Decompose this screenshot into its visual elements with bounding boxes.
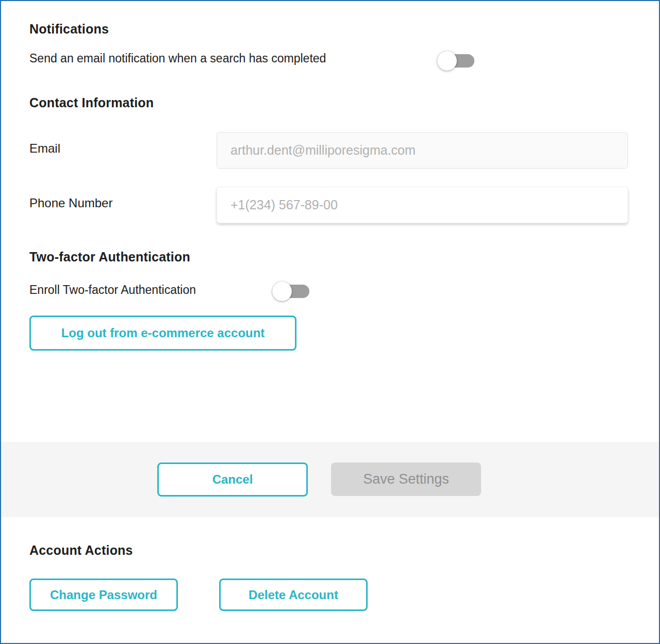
notifications-section-title: Notifications <box>29 22 109 37</box>
toggle-knob <box>437 51 457 71</box>
phone-field-label: Phone Number <box>29 196 112 210</box>
change-password-button[interactable]: Change Password <box>29 579 178 611</box>
email-notification-toggle[interactable] <box>437 51 474 71</box>
delete-account-button[interactable]: Delete Account <box>219 579 368 611</box>
logout-ecommerce-button[interactable]: Log out from e-commerce account <box>29 316 296 351</box>
account-actions-section-title: Account Actions <box>29 543 133 558</box>
email-field-label: Email <box>29 141 60 156</box>
email-notification-label: Send an email notification when a search… <box>29 52 326 65</box>
phone-input[interactable] <box>217 187 628 223</box>
save-settings-button: Save Settings <box>331 463 481 496</box>
two-factor-toggle[interactable] <box>272 281 309 302</box>
footer-action-bar <box>1 442 659 517</box>
toggle-knob <box>272 282 292 301</box>
cancel-button[interactable]: Cancel <box>157 463 308 497</box>
two-factor-section-title: Two-factor Authentication <box>29 250 190 265</box>
contact-section-title: Contact Information <box>29 95 154 110</box>
email-input[interactable] <box>217 132 628 169</box>
two-factor-enroll-label: Enroll Two-factor Authentication <box>29 283 196 297</box>
